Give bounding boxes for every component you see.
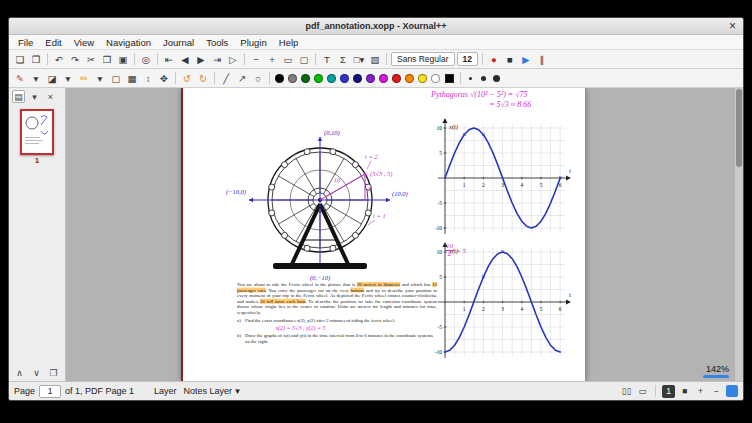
zoom-out-button[interactable]: − [249, 52, 264, 67]
font-name-selector[interactable]: Sans Regular [391, 52, 455, 66]
item-b-text: Draw the graphs of x(t) and y(t) in the … [245, 333, 437, 344]
default-tool-button[interactable]: ↺ [180, 71, 195, 86]
color-white[interactable] [431, 74, 440, 83]
hand-tool-button[interactable]: ✥ [157, 71, 172, 86]
titlebar[interactable]: pdf_annotation.xopp - Xournal++ × [9, 18, 743, 35]
last-page-button[interactable]: ⇥ [210, 52, 225, 67]
select-region-button[interactable]: ▢ [109, 71, 124, 86]
svg-text:-5: -5 [437, 200, 442, 206]
duplicate-page-button[interactable]: ❐ [47, 366, 60, 379]
pen-tool-button[interactable]: ✎ [13, 71, 28, 86]
preview-tab-icon[interactable]: ▤ [12, 90, 25, 103]
color-chooser-button[interactable] [445, 74, 454, 83]
color-magenta[interactable] [379, 74, 388, 83]
single-page-toggle[interactable]: ▭ [636, 385, 649, 398]
menu-journal[interactable]: Journal [157, 37, 200, 48]
highlighter-tool-button[interactable]: ✏ [77, 71, 92, 86]
open-file-button[interactable]: ❏ [13, 52, 28, 67]
eraser-options-dropdown[interactable]: ▾ [61, 71, 76, 86]
color-dark-green[interactable] [301, 74, 310, 83]
image-tool-button[interactable]: ▧ [368, 52, 383, 67]
radius-label: 10 [334, 176, 341, 183]
thickness-medium-button[interactable] [477, 71, 490, 86]
zoom-100-button[interactable]: ▢ [297, 52, 312, 67]
point-label: (5√3 , 5) [370, 170, 393, 178]
zoom-original-button[interactable]: 1 [662, 385, 675, 398]
pause-audio-button[interactable]: ∥ [534, 52, 549, 67]
redo-button[interactable]: ↷ [68, 52, 83, 67]
next-page-button[interactable]: ▶ [194, 52, 209, 67]
toolbar-separator [175, 72, 176, 84]
touch-mode-indicator[interactable] [726, 385, 738, 397]
text-tool-button[interactable]: T [320, 52, 335, 67]
zoom-fit-width-button[interactable]: ■ [678, 385, 691, 398]
document-canvas[interactable]: Pythagoras √(10² − 5²) = √75 = 5√3 ≈ 8.6… [66, 88, 743, 381]
next-annotated-page-button[interactable]: ▷ [226, 52, 241, 67]
highlighter-options-dropdown[interactable]: ▾ [93, 71, 108, 86]
stop-audio-button[interactable]: ■ [502, 52, 517, 67]
text-run: You are about to ride the Ferris wheel i… [237, 282, 357, 287]
zoom-out-button[interactable]: − [710, 385, 723, 398]
vertical-scrollbar[interactable] [734, 88, 743, 381]
undo-button[interactable]: ↶ [52, 52, 67, 67]
menu-navigation[interactable]: Navigation [100, 37, 157, 48]
vertical-space-button[interactable]: ↕ [141, 71, 156, 86]
dual-page-toggle[interactable]: ▯▯ [620, 385, 633, 398]
search-button[interactable]: ◎ [139, 52, 154, 67]
paste-button[interactable]: ▣ [116, 52, 131, 67]
shape-recognizer-button[interactable]: ↻ [196, 71, 211, 86]
chevron-down-icon[interactable]: ▾ [28, 90, 41, 103]
eraser-tool-button[interactable]: ◪ [45, 71, 60, 86]
cut-button[interactable]: ✂ [84, 52, 99, 67]
toolbar-separator [386, 53, 387, 65]
zoom-fit-button[interactable]: ▭ [281, 52, 296, 67]
menu-view[interactable]: View [68, 37, 100, 48]
pdf-page[interactable]: Pythagoras √(10² − 5²) = √75 = 5√3 ≈ 8.6… [181, 88, 586, 381]
layer-selector[interactable]: Notes Layer ▾ [181, 386, 243, 396]
color-green[interactable] [314, 74, 323, 83]
select-object-button[interactable]: ▦ [125, 71, 140, 86]
color-teal[interactable] [327, 74, 336, 83]
color-purple[interactable] [366, 74, 375, 83]
pen-options-dropdown[interactable]: ▾ [29, 71, 44, 86]
zoom-in-button[interactable]: + [265, 52, 280, 67]
save-file-button[interactable]: ❐ [29, 52, 44, 67]
ferris-wheel-figure: (0,10) (−10,0) (10,0) (0,−10) 10 5 t = 2… [213, 114, 423, 286]
zoom-slider-bar[interactable] [703, 375, 729, 378]
scroll-up-button[interactable]: ∧ [13, 366, 26, 379]
copy-button[interactable]: ❒ [100, 52, 115, 67]
svg-text:5: 5 [540, 306, 543, 312]
thumbnail-preview [22, 111, 52, 153]
math-tex-button[interactable]: Σ [336, 52, 351, 67]
ellipse-tool-button[interactable]: ○ [251, 71, 266, 86]
scroll-down-button[interactable]: ∨ [30, 366, 43, 379]
menu-plugin[interactable]: Plugin [234, 37, 272, 48]
color-navy[interactable] [353, 74, 362, 83]
font-size-selector[interactable]: 12 [457, 52, 478, 66]
color-red[interactable] [392, 74, 401, 83]
color-black[interactable] [275, 74, 284, 83]
shapes-dropdown-button[interactable]: □▾ [352, 52, 367, 67]
menu-tools[interactable]: Tools [200, 37, 234, 48]
record-audio-button[interactable]: ● [486, 52, 501, 67]
ruler-button[interactable]: ╱ [219, 71, 234, 86]
page-number-input[interactable]: 1 [39, 385, 61, 398]
color-yellow[interactable] [418, 74, 427, 83]
zoom-in-button[interactable]: + [694, 385, 707, 398]
menu-file[interactable]: File [12, 37, 39, 48]
close-window-button[interactable]: × [729, 19, 736, 33]
thickness-thick-button[interactable] [490, 71, 503, 86]
page-thumbnail[interactable] [20, 109, 54, 155]
close-sidebar-icon[interactable]: × [44, 90, 57, 103]
arrow-tool-button[interactable]: ↗ [235, 71, 250, 86]
prev-page-button[interactable]: ◀ [178, 52, 193, 67]
color-gray[interactable] [288, 74, 297, 83]
color-blue[interactable] [340, 74, 349, 83]
color-orange[interactable] [405, 74, 414, 83]
thickness-fine-button[interactable] [464, 71, 477, 86]
play-audio-button[interactable]: ▶ [518, 52, 533, 67]
menu-help[interactable]: Help [273, 37, 305, 48]
scrollbar-thumb[interactable] [736, 89, 742, 167]
first-page-button[interactable]: ⇤ [162, 52, 177, 67]
menu-edit[interactable]: Edit [39, 37, 67, 48]
